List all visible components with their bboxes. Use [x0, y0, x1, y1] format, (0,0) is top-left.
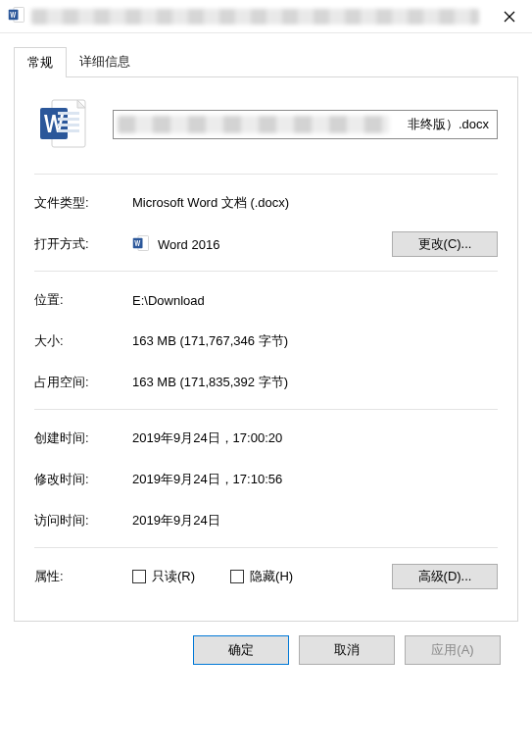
cancel-button[interactable]: 取消 — [299, 635, 395, 665]
tab-strip: 常规 详细信息 — [14, 46, 518, 77]
hidden-checkbox[interactable]: 隐藏(H) — [230, 568, 293, 585]
close-button[interactable] — [487, 0, 532, 33]
size-label: 大小: — [34, 332, 132, 350]
attributes-label: 属性: — [34, 568, 132, 585]
readonly-checkbox[interactable]: 只读(R) — [132, 568, 195, 585]
created-label: 创建时间: — [34, 429, 132, 447]
location-value: E:\Download — [132, 293, 498, 308]
filename-redacted — [118, 116, 389, 133]
advanced-button[interactable]: 高级(D)... — [392, 564, 498, 589]
filetype-value: Microsoft Word 文档 (.docx) — [132, 194, 498, 212]
dialog-footer: 确定 取消 应用(A) — [14, 622, 518, 680]
size-on-disk-label: 占用空间: — [34, 374, 132, 391]
separator — [34, 547, 498, 548]
svg-rect-4 — [58, 112, 79, 115]
accessed-value: 2019年9月24日 — [132, 512, 498, 529]
filename-field[interactable]: 非终版）.docx — [113, 110, 498, 139]
dialog-body: 常规 详细信息 非终版）.docx — [0, 33, 532, 680]
word-icon — [8, 6, 25, 26]
filename-visible-suffix: 非终版）.docx — [408, 116, 489, 133]
checkbox-icon — [230, 570, 244, 583]
separator — [34, 271, 498, 272]
modified-label: 修改时间: — [34, 471, 132, 488]
separator — [34, 174, 498, 175]
readonly-label: 只读(R) — [152, 568, 195, 585]
close-icon — [504, 11, 515, 23]
general-panel: 非终版）.docx 文件类型: Microsoft Word 文档 (.docx… — [14, 77, 518, 622]
hidden-label: 隐藏(H) — [250, 568, 293, 585]
svg-rect-7 — [58, 129, 79, 132]
tab-details[interactable]: 详细信息 — [67, 47, 143, 77]
svg-rect-5 — [58, 118, 79, 121]
svg-rect-6 — [58, 124, 79, 126]
separator — [34, 409, 498, 410]
file-icon — [34, 95, 91, 154]
checkbox-icon — [132, 570, 146, 583]
window-title-redacted — [31, 9, 479, 25]
location-label: 位置: — [34, 291, 132, 309]
created-value: 2019年9月24日，17:00:20 — [132, 429, 498, 447]
apply-button[interactable]: 应用(A) — [405, 635, 501, 665]
word-app-icon — [132, 234, 150, 255]
size-on-disk-value: 163 MB (171,835,392 字节) — [132, 374, 498, 391]
open-with-label: 打开方式: — [34, 235, 132, 253]
titlebar — [0, 0, 532, 33]
tab-general[interactable]: 常规 — [14, 47, 67, 77]
change-button[interactable]: 更改(C)... — [392, 231, 498, 257]
filetype-label: 文件类型: — [34, 194, 132, 212]
ok-button[interactable]: 确定 — [193, 635, 289, 665]
size-value: 163 MB (171,767,346 字节) — [132, 332, 498, 350]
open-with-value: Word 2016 — [158, 237, 219, 252]
accessed-label: 访问时间: — [34, 512, 132, 529]
modified-value: 2019年9月24日，17:10:56 — [132, 471, 498, 488]
